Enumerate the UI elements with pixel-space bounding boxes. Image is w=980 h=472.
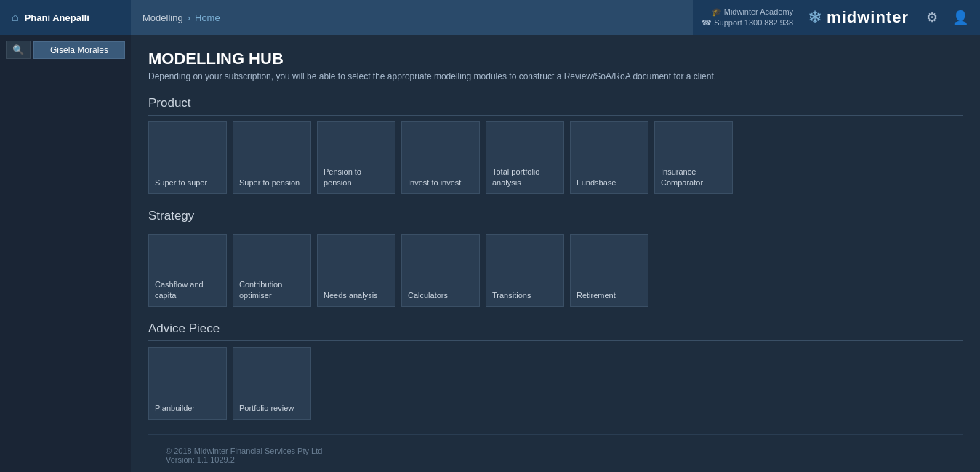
card-retirement[interactable]: Retirement: [570, 234, 648, 307]
snowflake-icon: ❄: [808, 7, 822, 28]
breadcrumb: Modelling › Home: [131, 0, 693, 35]
settings-button[interactable]: ⚙: [923, 7, 941, 28]
strategy-section: Strategy Cashflow and capital Contributi…: [148, 209, 963, 307]
content-area: MODELLING HUB Depending on your subscrip…: [131, 35, 980, 472]
logo-area: ❄ midwinter: [802, 7, 915, 28]
nav-user-area: ⌂ Phani Anepalli: [0, 0, 131, 35]
card-label: Contribution optimiser: [239, 279, 305, 300]
product-section: Product Super to super Super to pension …: [148, 96, 963, 194]
card-label: Pension to pension: [324, 167, 389, 188]
footer: © 2018 Midwinter Financial Services Pty …: [148, 434, 963, 472]
advice-section-title: Advice Piece: [148, 321, 963, 341]
card-planbuilder[interactable]: Planbuilder: [148, 347, 227, 420]
card-insurance-comparator[interactable]: Insurance Comparator: [654, 121, 733, 194]
card-label: Invest to invest: [408, 177, 473, 188]
card-cashflow-capital[interactable]: Cashflow and capital: [148, 234, 227, 307]
academy-link[interactable]: 🎓 Midwinter Academy: [702, 7, 793, 17]
card-needs-analysis[interactable]: Needs analysis: [317, 234, 395, 307]
card-fundsbase[interactable]: Fundsbase: [570, 121, 648, 194]
card-label: Transitions: [492, 290, 558, 300]
search-bar: 🔍 Gisela Morales: [0, 35, 131, 65]
card-total-portfolio[interactable]: Total portfolio analysis: [486, 121, 564, 194]
product-section-title: Product: [148, 96, 963, 116]
card-calculators[interactable]: Calculators: [401, 234, 480, 307]
breadcrumb-home[interactable]: Home: [195, 12, 220, 23]
advice-cards-grid: Planbuilder Portfolio review: [148, 347, 963, 420]
top-nav: ⌂ Phani Anepalli Modelling › Home 🎓 Midw…: [0, 0, 980, 35]
page-title: MODELLING HUB: [148, 49, 963, 68]
card-transitions[interactable]: Transitions: [486, 234, 564, 307]
client-name-button[interactable]: Gisela Morales: [33, 41, 125, 59]
breadcrumb-separator: ›: [188, 12, 190, 23]
nav-right: 🎓 Midwinter Academy ☎ Support 1300 882 9…: [693, 0, 980, 35]
strategy-section-title: Strategy: [148, 209, 963, 228]
product-cards-grid: Super to super Super to pension Pension …: [148, 121, 963, 194]
advice-piece-section: Advice Piece Planbuilder Portfolio revie…: [148, 321, 963, 420]
card-label: Portfolio review: [239, 403, 305, 413]
card-label: Super to pension: [239, 177, 305, 188]
sidebar: 🔍 Gisela Morales: [0, 35, 131, 472]
card-pension-to-pension[interactable]: Pension to pension: [317, 121, 395, 194]
support-phone: ☎ Support 1300 882 938: [702, 17, 793, 28]
home-icon: ⌂: [12, 11, 19, 24]
card-portfolio-review[interactable]: Portfolio review: [233, 347, 311, 420]
card-label: Cashflow and capital: [155, 279, 220, 300]
main-layout: 🔍 Gisela Morales MODELLING HUB Depending…: [0, 35, 980, 472]
version-text: Version: 1.1.1029.2: [166, 455, 945, 464]
card-contribution-optimiser[interactable]: Contribution optimiser: [233, 234, 311, 307]
card-label: Total portfolio analysis: [492, 167, 558, 188]
card-invest-to-invest[interactable]: Invest to invest: [401, 121, 480, 194]
card-label: Planbuilder: [155, 403, 220, 413]
card-label: Calculators: [408, 290, 473, 300]
card-super-to-super[interactable]: Super to super: [148, 121, 227, 194]
card-label: Needs analysis: [324, 290, 389, 300]
card-label: Super to super: [155, 177, 220, 188]
page-subtitle: Depending on your subscription, you will…: [148, 71, 963, 81]
search-button[interactable]: 🔍: [6, 41, 31, 59]
support-info: 🎓 Midwinter Academy ☎ Support 1300 882 9…: [702, 7, 793, 29]
profile-button[interactable]: 👤: [949, 7, 971, 28]
card-label: Insurance Comparator: [661, 167, 726, 188]
breadcrumb-modelling[interactable]: Modelling: [142, 12, 183, 23]
copyright-text: © 2018 Midwinter Financial Services Pty …: [166, 447, 945, 455]
card-label: Fundsbase: [577, 177, 642, 188]
logo-text: midwinter: [827, 8, 909, 27]
card-label: Retirement: [577, 290, 642, 300]
card-super-to-pension[interactable]: Super to pension: [233, 121, 311, 194]
strategy-cards-grid: Cashflow and capital Contribution optimi…: [148, 234, 963, 307]
user-name: Phani Anepalli: [25, 12, 89, 23]
